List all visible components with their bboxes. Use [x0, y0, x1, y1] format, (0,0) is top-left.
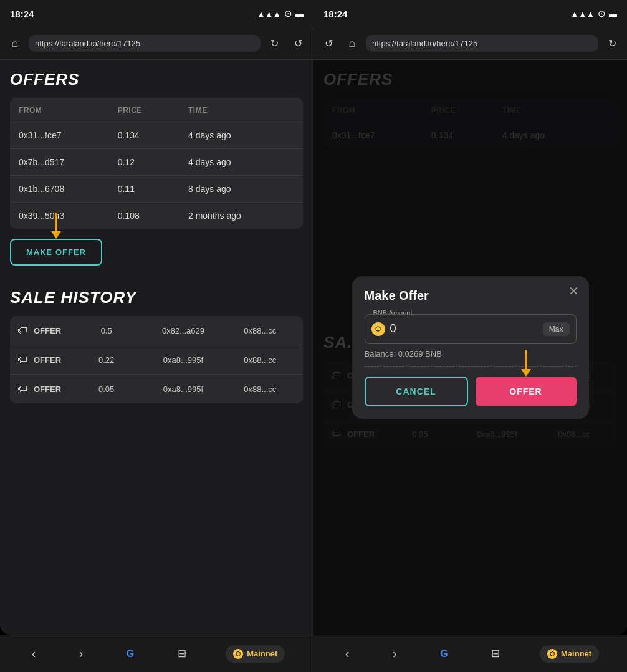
sale-val-2: 0.22 — [71, 355, 141, 365]
left-url-box[interactable]: https://faraland.io/hero/17125 — [29, 35, 261, 52]
tag-icon: 🏷 — [17, 354, 27, 365]
table-row: 0x7b...d517 0.12 4 days ago — [10, 149, 303, 176]
tag-icon: 🏷 — [17, 325, 27, 336]
sale-addr2-3: 0x88...cc — [225, 385, 295, 394]
modal-title: Make Offer — [365, 289, 577, 303]
sale-label-1: OFFER — [34, 326, 65, 335]
sale-addr1-1: 0x82...a629 — [148, 326, 218, 335]
right-time: 18:24 — [323, 9, 347, 19]
offer-button[interactable]: OFFER — [476, 377, 577, 406]
make-offer-modal: ✕ Make Offer BNB Amount ⬡ Max Balance: 0… — [352, 276, 589, 419]
balance-display: Balance: 0.0269 BNB — [365, 349, 577, 358]
status-bar: 18:24 ▲▲▲ ⊙ ▬ 18:24 ▲▲▲ ⊙ ▬ — [0, 0, 627, 27]
left-panel: OFFERS FROM PRICE TIME 0x31...fce7 0.134… — [0, 60, 314, 635]
row4-price: 0.108 — [118, 211, 140, 221]
cancel-button[interactable]: CANCEL — [365, 377, 468, 406]
sale-row: 🏷 OFFER 0.5 0x82...a629 0x88...cc — [10, 316, 303, 345]
sale-addr2-2: 0x88...cc — [225, 355, 295, 365]
refresh-icon-left[interactable]: ↻ — [264, 34, 284, 54]
right-bottom-nav: ‹ › G ⊟ ⬡ Mainnet — [314, 635, 627, 672]
row3-time: 8 days ago — [188, 184, 231, 194]
row2-price: 0.12 — [118, 157, 135, 167]
left-url: https://faraland.io/hero/17125 — [35, 39, 140, 48]
modal-overlay: ✕ Make Offer BNB Amount ⬡ Max Balance: 0… — [314, 60, 627, 635]
left-status-icons: ▲▲▲ ⊙ ▬ — [257, 8, 304, 19]
forward-button-left[interactable]: › — [75, 643, 87, 665]
right-status-bar: 18:24 ▲▲▲ ⊙ ▬ — [314, 0, 627, 27]
left-status-bar: 18:24 ▲▲▲ ⊙ ▬ — [0, 0, 314, 27]
main-content: OFFERS FROM PRICE TIME 0x31...fce7 0.134… — [0, 60, 627, 635]
row4-time: 2 months ago — [188, 211, 241, 221]
right-panel: OFFERS FROM PRICE TIME 0x31...fce7 0.134… — [314, 60, 627, 635]
history-icon-left[interactable]: ↺ — [288, 34, 308, 54]
table-row: 0x1b...6708 0.11 8 days ago — [10, 176, 303, 203]
left-bottom-nav: ‹ › G ⊟ ⬡ Mainnet — [0, 635, 314, 672]
mainnet-label-left: Mainnet — [247, 649, 277, 658]
row2-time: 4 days ago — [188, 157, 231, 167]
sale-val-1: 0.5 — [71, 326, 141, 335]
forward-button-right[interactable]: › — [389, 643, 401, 665]
mainnet-label-right: Mainnet — [561, 649, 591, 658]
bookmark-button-left[interactable]: ⊟ — [174, 643, 190, 664]
left-offers-table: FROM PRICE TIME 0x31...fce7 0.134 4 days… — [10, 98, 303, 229]
right-url-box[interactable]: https://faraland.io/hero/17125 — [366, 35, 598, 52]
back-button-right[interactable]: ‹ — [342, 643, 353, 665]
bottom-nav: ‹ › G ⊟ ⬡ Mainnet ‹ › G ⊟ ⬡ Mainnet — [0, 635, 627, 672]
left-panel-inner: OFFERS FROM PRICE TIME 0x31...fce7 0.134… — [0, 60, 313, 635]
modal-actions: CANCEL OFFER — [365, 377, 577, 406]
col-time-header: TIME — [188, 106, 208, 115]
right-status-icons: ▲▲▲ ⊙ ▬ — [570, 8, 617, 19]
mainnet-left[interactable]: ⬡ Mainnet — [226, 645, 285, 663]
left-offers-title: OFFERS — [10, 70, 303, 89]
right-url: https://faraland.io/hero/17125 — [372, 39, 477, 48]
wifi-icon: ⊙ — [284, 8, 292, 19]
wifi-icon-r: ⊙ — [598, 8, 606, 19]
bnb-amount-field: BNB Amount ⬡ Max — [365, 314, 577, 344]
battery-icon-r: ▬ — [609, 9, 617, 19]
left-sale-history-title: SALE HISTORY — [10, 288, 303, 307]
offer-btn-label: OFFER — [509, 386, 542, 396]
table-row: 0x39...50a3 0.108 2 months ago — [10, 203, 303, 229]
tag-icon: 🏷 — [17, 383, 27, 395]
mainnet-right[interactable]: ⬡ Mainnet — [540, 645, 599, 663]
table-header: FROM PRICE TIME — [10, 98, 303, 122]
sale-addr1-3: 0xa8...995f — [148, 385, 218, 394]
make-offer-container: MAKE OFFER — [10, 239, 102, 276]
browser-bar: ⌂ https://faraland.io/hero/17125 ↻ ↺ ↺ ⌂… — [0, 27, 627, 60]
google-button-left[interactable]: G — [123, 645, 138, 663]
modal-close-button[interactable]: ✕ — [568, 284, 579, 299]
history-icon-right[interactable]: ↺ — [318, 34, 338, 54]
left-sale-history-table: 🏷 OFFER 0.5 0x82...a629 0x88...cc 🏷 OFFE… — [10, 316, 303, 403]
row1-time: 4 days ago — [188, 130, 231, 140]
sale-row: 🏷 OFFER 0.22 0xa8...995f 0x88...cc — [10, 345, 303, 375]
home-icon-right[interactable]: ⌂ — [342, 34, 362, 54]
bnb-input-wrap: ⬡ Max — [365, 314, 577, 344]
max-button[interactable]: Max — [543, 322, 570, 336]
arrow-head-down — [51, 231, 61, 239]
right-browser-bar: ↺ ⌂ https://faraland.io/hero/17125 ↻ — [314, 27, 627, 59]
signal-icon-r: ▲▲▲ — [570, 9, 595, 19]
row1-price: 0.134 — [118, 130, 140, 140]
row4-from: 0x39...50a3 — [19, 211, 64, 221]
row3-price: 0.11 — [118, 184, 135, 194]
refresh-icon-right[interactable]: ↻ — [602, 34, 622, 54]
sale-label-2: OFFER — [34, 355, 65, 365]
battery-icon: ▬ — [295, 9, 304, 19]
bnb-dot-right: ⬡ — [547, 649, 557, 659]
table-row: 0x31...fce7 0.134 4 days ago — [10, 122, 303, 149]
sale-row: 🏷 OFFER 0.05 0xa8...995f 0x88...cc — [10, 375, 303, 403]
sale-val-3: 0.05 — [71, 385, 141, 394]
home-icon-left[interactable]: ⌂ — [5, 34, 25, 54]
google-button-right[interactable]: G — [436, 645, 451, 663]
offer-arrow-head — [521, 369, 531, 377]
row2-from: 0x7b...d517 — [19, 157, 64, 167]
sale-addr1-2: 0xa8...995f — [148, 355, 218, 365]
left-browser-bar: ⌂ https://faraland.io/hero/17125 ↻ ↺ — [0, 27, 314, 59]
bookmark-button-right[interactable]: ⊟ — [487, 643, 504, 664]
bnb-amount-input[interactable] — [390, 322, 538, 335]
modal-divider — [365, 366, 577, 367]
bnb-dot-left: ⬡ — [233, 649, 243, 659]
bnb-icon: ⬡ — [371, 322, 385, 336]
make-offer-button[interactable]: MAKE OFFER — [10, 239, 102, 266]
back-button-left[interactable]: ‹ — [28, 643, 40, 665]
